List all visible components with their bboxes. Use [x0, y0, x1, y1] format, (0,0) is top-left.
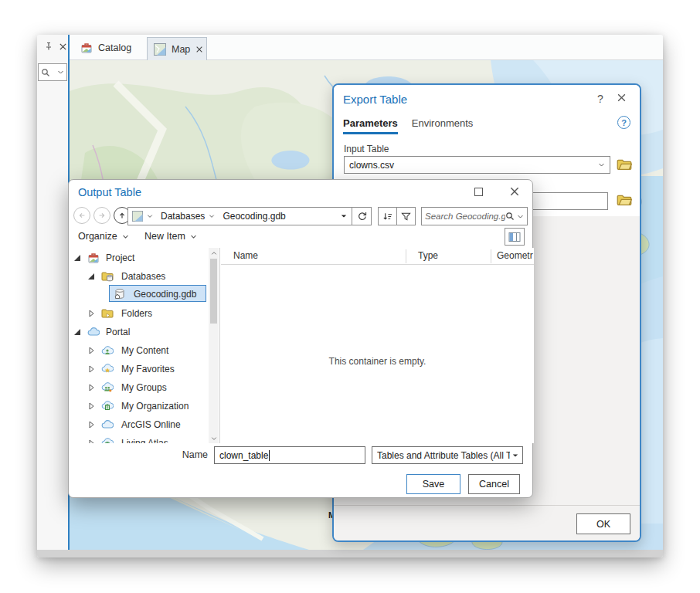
chevron-down-icon [190, 233, 197, 240]
tab-parameters[interactable]: Parameters [343, 117, 398, 134]
collapsed-arrow-icon[interactable] [87, 347, 95, 354]
collapsed-arrow-icon[interactable] [87, 421, 95, 429]
collapsed-arrow-icon[interactable] [87, 402, 95, 410]
chevron-down-icon [57, 69, 64, 76]
search-icon [505, 212, 515, 221]
pane-search-box[interactable] [38, 63, 67, 81]
column-name[interactable]: Name [233, 250, 258, 261]
maximize-icon[interactable] [474, 188, 483, 196]
my-favorites-icon [101, 363, 114, 375]
breadcrumb-item-geocoding[interactable]: Geocoding.gdb [219, 211, 289, 222]
refresh-icon[interactable] [352, 208, 371, 225]
tree-item-my-groups[interactable]: My Groups [69, 379, 206, 396]
tree-item-geocoding-gdb[interactable]: Geocoding.gdb [69, 286, 206, 303]
export-close-icon[interactable] [617, 93, 627, 103]
input-table-combobox[interactable]: clowns.csv [344, 156, 610, 174]
help-icon[interactable]: ? [617, 116, 630, 129]
tree-item-folders[interactable]: Folders [69, 305, 206, 322]
tree-item-arcgis-online[interactable]: ArcGIS Online [69, 416, 206, 433]
catalog-tree: Project Databases [69, 248, 220, 443]
file-type-select[interactable]: Tables and Attribute Tables (All Typ [372, 446, 523, 464]
tab-map-label: Map [172, 44, 190, 55]
window-bottom-edge [37, 550, 663, 557]
expanded-arrow-icon[interactable] [73, 254, 81, 262]
save-button[interactable]: Save [406, 474, 460, 494]
export-dialog-title: Export Table [343, 93, 407, 106]
input-table-value: clowns.csv [349, 160, 394, 171]
map-thumb-icon [132, 211, 143, 222]
scroll-down-icon[interactable] [209, 433, 219, 443]
chevron-down-icon[interactable] [598, 161, 605, 168]
tree-item-living-atlas[interactable]: Living Atlas [69, 435, 206, 443]
collapsed-arrow-icon[interactable] [87, 310, 95, 317]
chevron-down-icon [122, 233, 129, 240]
my-content-icon [101, 344, 114, 357]
chevron-down-icon [147, 213, 153, 219]
text-caret [269, 450, 270, 461]
column-geometry[interactable]: Geometr [497, 250, 533, 261]
catalog-icon [80, 42, 93, 54]
chevron-down-icon [209, 213, 215, 219]
collapsed-arrow-icon[interactable] [87, 384, 95, 391]
tree-item-my-content[interactable]: My Content [69, 342, 206, 359]
new-item-menu[interactable]: New Item [144, 231, 197, 242]
portal-icon [87, 326, 100, 338]
view-tab-bar: Catalog Map [70, 35, 663, 60]
close-icon[interactable] [57, 41, 68, 52]
output-table-dialog: Output Table [68, 179, 533, 498]
catalog-pane [37, 35, 70, 550]
arcgis-online-icon [101, 418, 114, 431]
breadcrumb-dropdown-icon[interactable] [341, 213, 352, 219]
expanded-arrow-icon[interactable] [73, 328, 81, 336]
breadcrumb[interactable]: Databases Geocoding.gdb [127, 207, 372, 225]
name-input[interactable]: clown_table [214, 446, 365, 464]
collapsed-arrow-icon[interactable] [87, 365, 95, 373]
ok-button[interactable]: OK [576, 513, 630, 534]
breadcrumb-root[interactable] [128, 211, 157, 222]
tab-close-icon[interactable] [195, 46, 203, 53]
tab-catalog[interactable]: Catalog [74, 38, 138, 58]
breadcrumb-item-databases[interactable]: Databases [157, 211, 219, 222]
geodatabase-icon [114, 288, 126, 300]
file-list: Name Type Geometr This container is empt… [221, 248, 534, 443]
scroll-up-icon[interactable] [209, 248, 219, 258]
search-input[interactable] [425, 212, 505, 221]
details-view-icon[interactable] [505, 228, 525, 246]
filter-icon[interactable] [396, 208, 415, 225]
close-icon[interactable] [509, 186, 520, 197]
back-icon[interactable] [73, 207, 90, 224]
organize-menu[interactable]: Organize [78, 231, 129, 242]
browser-dialog-title: Output Table [78, 186, 141, 198]
help-button[interactable]: ? [595, 93, 606, 105]
project-icon [87, 252, 100, 264]
scrollbar-thumb[interactable] [210, 259, 217, 324]
sort-icon[interactable] [379, 208, 396, 225]
column-type[interactable]: Type [418, 250, 438, 261]
tab-map[interactable]: Map [147, 37, 207, 60]
empty-container-message: This container is empty. [221, 356, 534, 367]
databases-icon [101, 270, 114, 283]
tree-item-my-organization[interactable]: My Organization [69, 398, 206, 415]
search-icon [41, 68, 50, 77]
open-folder-icon[interactable] [617, 158, 632, 171]
forward-icon[interactable] [93, 207, 110, 224]
cancel-button[interactable]: Cancel [468, 474, 520, 494]
map-thumb-icon [154, 43, 166, 56]
pin-icon[interactable] [43, 41, 54, 52]
input-table-label: Input Table [344, 144, 389, 154]
chevron-down-icon[interactable] [517, 213, 524, 220]
name-field-label: Name [146, 449, 208, 460]
app-window: M [37, 35, 663, 557]
my-organization-icon [101, 400, 114, 412]
expanded-arrow-icon[interactable] [87, 273, 95, 280]
tree-item-project[interactable]: Project [69, 249, 206, 266]
open-folder-icon[interactable] [617, 193, 632, 207]
tree-item-my-favorites[interactable]: My Favorites [69, 361, 206, 378]
tab-environments[interactable]: Environments [412, 117, 473, 134]
tree-item-portal[interactable]: Portal [69, 324, 206, 341]
folder-icon [101, 307, 114, 320]
collapsed-arrow-icon[interactable] [87, 439, 95, 443]
tree-item-databases[interactable]: Databases [69, 268, 206, 285]
tree-scrollbar[interactable] [209, 248, 219, 443]
search-box[interactable] [421, 207, 528, 225]
